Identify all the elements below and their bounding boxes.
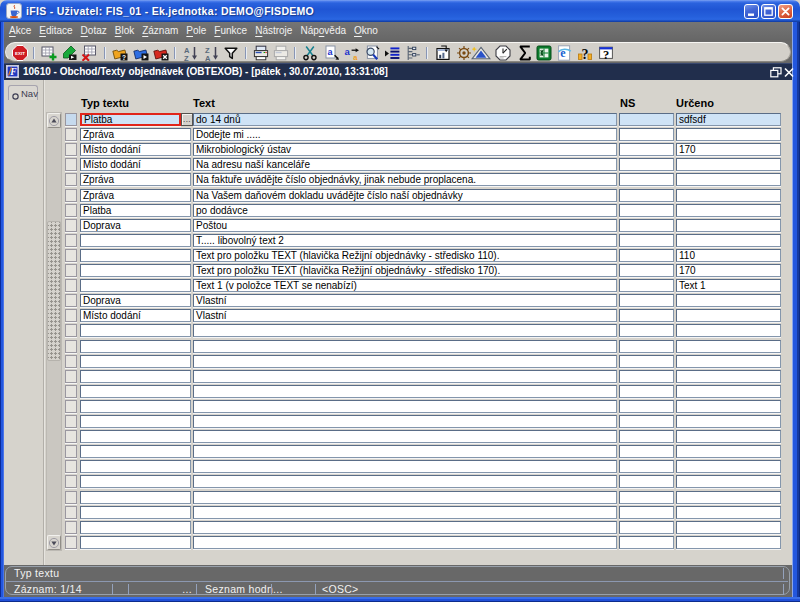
record-selector[interactable] [65,385,77,398]
nav-tab[interactable]: Nav [8,85,38,100]
cell-text[interactable]: Dodejte mi ..... [193,128,617,141]
web-browser-icon[interactable]: e [556,45,572,61]
cell-text[interactable] [193,445,617,458]
record-selector[interactable] [65,204,77,217]
record-selector[interactable] [65,234,77,247]
cell-ns[interactable] [619,521,674,534]
new-record-icon[interactable] [41,45,57,61]
cell-urceno[interactable] [676,521,781,534]
record-selector[interactable] [65,460,77,473]
cell-ns[interactable] [619,249,674,262]
help-icon[interactable]: ? [598,45,614,61]
cell-ns[interactable] [619,234,674,247]
sum-icon[interactable] [517,45,533,61]
cell-text[interactable]: Text pro položku TEXT (hlavička Režijní … [193,249,617,262]
cell-text[interactable]: Vlastní [193,294,617,307]
cell-typ-textu[interactable] [80,521,191,534]
cell-typ-textu[interactable] [80,445,191,458]
cell-text[interactable]: T..... libovolný text 2 [193,234,617,247]
cell-text[interactable] [193,324,617,337]
cell-urceno[interactable] [676,385,781,398]
cell-urceno[interactable] [676,491,781,504]
cell-urceno[interactable] [676,415,781,428]
cell-text[interactable]: Text pro položku TEXT (hlavička Režijní … [193,264,617,277]
cell-typ-textu[interactable] [80,324,191,337]
document-window-title-bar[interactable]: F 10610 - Obchod/Texty objednávek (OBTEX… [4,63,792,80]
window-title-bar[interactable]: iFIS - Uživatel: FIS_01 - Ek.jednotka: D… [0,0,800,22]
cell-ns[interactable] [619,536,674,549]
sort-ascending-icon[interactable]: AZ [183,45,199,61]
menu-item-pole[interactable]: Pole [182,22,210,41]
cell-text[interactable] [193,370,617,383]
cell-text[interactable] [193,400,617,413]
cell-text[interactable] [193,340,617,353]
execute-query-icon[interactable] [133,45,149,61]
cell-text[interactable] [193,385,617,398]
cell-urceno[interactable] [676,460,781,473]
cell-ns[interactable] [619,279,674,292]
record-selector[interactable] [65,355,77,368]
cell-ns[interactable] [619,219,674,232]
cell-urceno[interactable]: sdfsdf [676,113,781,126]
window-navigator-icon[interactable] [435,45,451,61]
record-selector[interactable] [65,309,77,322]
cell-text[interactable]: po dodávce [193,204,617,217]
cut-icon[interactable] [302,45,318,61]
helm-icon[interactable] [456,45,472,61]
cell-urceno[interactable] [676,370,781,383]
record-selector[interactable] [65,128,77,141]
cell-text[interactable]: Na Vašem daňovém dokladu uvádějte číslo … [193,189,617,202]
cell-typ-textu[interactable] [80,355,191,368]
cell-text[interactable] [193,460,617,473]
record-selector[interactable] [65,521,77,534]
cell-ns[interactable] [619,294,674,307]
cell-typ-textu[interactable]: Místo dodání [80,309,191,322]
cell-typ-textu[interactable]: Zpráva [80,173,191,186]
record-selector[interactable] [65,340,77,353]
item-help-icon[interactable]: ? [577,45,593,61]
cell-ns[interactable] [619,264,674,277]
cell-urceno[interactable] [676,189,781,202]
record-selector[interactable] [65,370,77,383]
maximize-button[interactable] [761,4,776,19]
menu-item-nastroje[interactable]: Nástroje [251,22,296,41]
record-selector[interactable] [65,400,77,413]
cell-text[interactable] [193,491,617,504]
cell-urceno[interactable]: 170 [676,143,781,156]
delete-record-icon[interactable] [81,45,97,61]
menu-item-editace[interactable]: Editace [35,22,76,41]
menu-item-napoveda[interactable]: Nápověda [296,22,350,41]
record-selector[interactable] [65,173,77,186]
copy-icon[interactable]: a [324,45,340,61]
cell-typ-textu[interactable] [80,506,191,519]
cell-ns[interactable] [619,415,674,428]
cell-urceno[interactable] [676,355,781,368]
menu-item-okno[interactable]: Okno [350,22,382,41]
cell-ns[interactable] [619,158,674,171]
cell-text[interactable]: Text 1 (v položce TEXT se nenabízí) [193,279,617,292]
cell-text[interactable]: Na adresu naší kanceláře [193,158,617,171]
cell-typ-textu[interactable]: Zpráva [80,128,191,141]
cell-typ-textu[interactable] [80,370,191,383]
cell-urceno[interactable] [676,234,781,247]
cell-typ-textu[interactable] [80,340,191,353]
record-selector[interactable] [65,143,77,156]
sort-descending-icon[interactable]: ZA [204,45,220,61]
record-selector[interactable] [65,475,77,488]
cell-text[interactable] [193,430,617,443]
record-selector[interactable] [65,536,77,549]
cell-urceno[interactable]: 110 [676,249,781,262]
cell-ns[interactable] [619,113,674,126]
clock-icon[interactable] [495,45,511,61]
cell-urceno[interactable] [676,128,781,141]
cell-typ-textu[interactable]: Zpráva [80,189,191,202]
cell-urceno[interactable] [676,475,781,488]
record-selector[interactable] [65,506,77,519]
cell-typ-textu[interactable]: Platba [80,204,191,217]
cell-typ-textu[interactable]: Místo dodání [80,143,191,156]
cell-typ-textu[interactable] [80,475,191,488]
exit-icon[interactable]: EXIT [12,45,28,61]
document-restore-icon[interactable] [770,66,782,77]
record-selector[interactable] [65,491,77,504]
save-record-icon[interactable] [61,45,77,61]
